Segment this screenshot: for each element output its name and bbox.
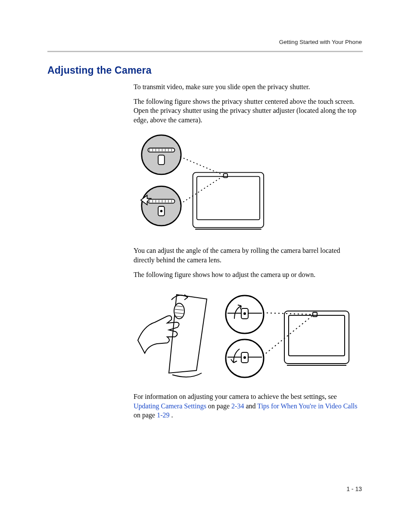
svg-rect-5 [148,148,174,152]
svg-rect-16 [148,199,174,203]
svg-rect-14 [158,156,165,165]
body-column: For information on adjusting your camera… [134,392,358,420]
paragraph: The following figure shows how to adjust… [134,270,358,280]
body-column: To transmit video, make sure you slide o… [134,82,358,124]
svg-line-28 [180,177,223,204]
svg-point-41 [243,356,246,359]
paragraph: You can adjust the angle of the camera b… [134,246,358,264]
body-column: You can adjust the angle of the camera b… [134,246,358,279]
figure-privacy-shutter [134,130,284,237]
section-heading: Adjusting the Camera [47,65,364,76]
svg-line-47 [263,316,312,356]
svg-rect-1 [197,177,260,220]
text: For information on adjusting your camera… [134,393,337,400]
svg-point-37 [243,312,246,315]
paragraph: For information on adjusting your camera… [134,392,358,420]
link-updating-camera-settings[interactable]: Updating Camera Settings [134,402,206,410]
text: on page [208,402,231,410]
header-rule [47,51,363,52]
text: . [171,411,173,419]
paragraph: The following figure shows the privacy s… [134,97,358,125]
running-head: Getting Started with Your Phone [279,39,362,45]
page-number: 1 - 13 [346,485,362,492]
text: and [246,402,257,410]
svg-rect-43 [289,315,345,356]
link-page-ref-1[interactable]: 2-34 [231,402,244,410]
svg-rect-45 [313,312,317,317]
link-tips-video-calls[interactable]: Tips for When You're in Video Calls [257,402,357,410]
figure-camera-tilt [112,284,353,383]
svg-point-26 [160,210,162,212]
svg-line-46 [263,313,312,314]
text: on page [134,411,157,419]
paragraph: To transmit video, make sure you slide o… [134,82,358,92]
svg-rect-3 [224,174,227,178]
link-page-ref-2[interactable]: 1-29 [157,411,169,419]
